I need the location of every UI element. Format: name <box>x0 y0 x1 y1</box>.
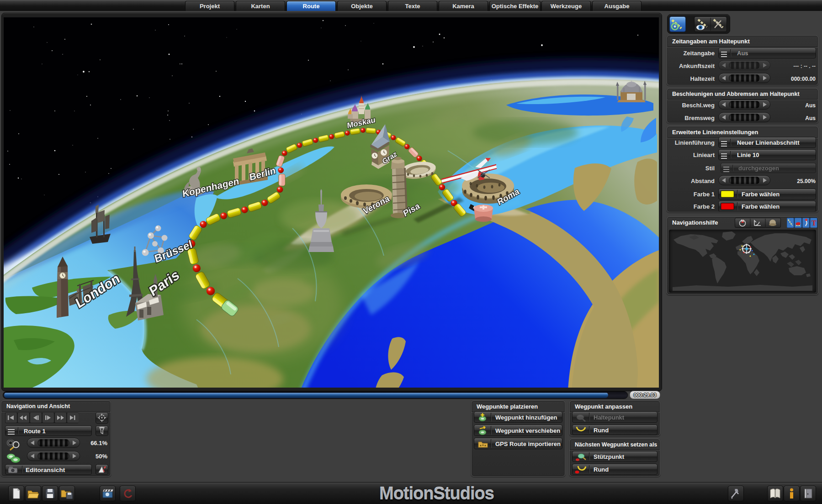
svg-text:T: T <box>811 219 817 227</box>
svg-text:N: N <box>741 219 744 223</box>
